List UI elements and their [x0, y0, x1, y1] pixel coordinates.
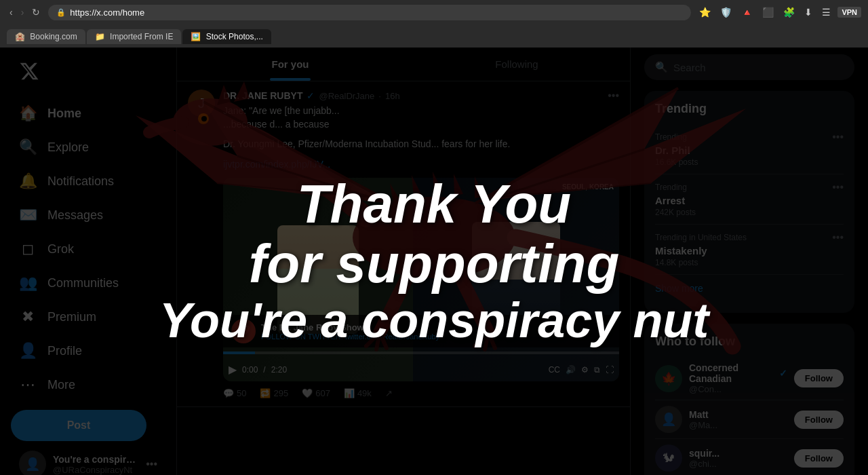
- follow-avatar-1: 👤: [655, 406, 682, 433]
- show-info: The Dr. Jane Ruby Show FOLLOW ON TWITTER…: [261, 322, 439, 341]
- trending-posts-2: 14.8K posts: [655, 258, 844, 267]
- address-bar[interactable]: 🔒 https://x.com/home: [48, 5, 691, 20]
- video-total-time: 2:20: [271, 365, 287, 375]
- imported-favicon: 📁: [95, 32, 105, 41]
- search-icon: 🔍: [655, 61, 668, 73]
- bookmark-button[interactable]: ⭐: [696, 5, 713, 19]
- trending-keyword-2: Mistakenly: [655, 245, 844, 256]
- x-logo[interactable]: [11, 54, 165, 91]
- korea-label: SEOUL, KOREA: [562, 183, 614, 191]
- tab-following[interactable]: Following: [403, 48, 630, 81]
- follow-button-0[interactable]: Follow: [794, 369, 844, 387]
- video-progress-fill: [223, 352, 255, 354]
- sidebar-item-premium[interactable]: ✖ Premium: [11, 301, 165, 332]
- sidebar-item-profile[interactable]: 👤 Profile: [11, 335, 165, 366]
- search-bar[interactable]: 🔍 Search: [644, 54, 854, 80]
- downloads-icon[interactable]: ⬇: [802, 5, 815, 19]
- tab-booking[interactable]: 🏨 Booking.com: [7, 29, 85, 44]
- x-logo-svg: [19, 61, 39, 81]
- tab-for-you[interactable]: For you: [177, 48, 403, 81]
- follow-item-1: 👤 Matt @Ma... Follow: [655, 400, 844, 439]
- views-icon: 📊: [344, 388, 355, 398]
- sidebar-item-home[interactable]: 🏠 Home: [11, 98, 165, 129]
- follow-avatar-0: 🍁: [655, 365, 682, 392]
- user-handle: @URaConspiracyNt: [53, 465, 139, 475]
- sidebar-item-explore[interactable]: 🔍 Explore: [11, 132, 165, 163]
- like-action[interactable]: 🤍 607: [302, 388, 330, 398]
- messages-icon: ✉️: [19, 206, 37, 224]
- trending-keyword-0: Dr. Phil: [655, 145, 844, 156]
- show-handle: FOLLOW ON TWITTER: twitter.com/RealDrJan…: [261, 332, 439, 341]
- messages-label: Messages: [47, 208, 103, 223]
- premium-label: Premium: [47, 310, 96, 324]
- user-profile[interactable]: 👤 You're a conspiracy n @URaConspiracyNt…: [11, 444, 165, 475]
- avatar: 👤: [19, 451, 46, 475]
- trending-section: Trending Trending ••• Dr. Phil 16.6K pos…: [644, 91, 854, 313]
- explore-label: Explore: [47, 140, 89, 155]
- volume-icon[interactable]: 🔊: [566, 365, 576, 375]
- shield-icon[interactable]: 🛡️: [717, 5, 734, 19]
- sidebar-item-notifications[interactable]: 🔔 Notifications: [11, 166, 165, 197]
- trending-more-1[interactable]: •••: [832, 181, 844, 193]
- trending-show-more[interactable]: Show more: [655, 275, 844, 302]
- grok-icon: ◻: [19, 240, 37, 258]
- share-action[interactable]: ↗: [385, 388, 393, 398]
- like-count: 607: [315, 388, 330, 398]
- retweet-action[interactable]: 🔁 295: [260, 388, 288, 398]
- trending-title: Trending: [655, 102, 844, 116]
- main-layout: 🏠 Home 🔍 Explore 🔔 Notifications ✉️ Mess…: [0, 48, 868, 475]
- settings-icon[interactable]: ⚙: [581, 365, 589, 375]
- cast-icon[interactable]: ⬛: [760, 5, 776, 19]
- user-display-name: You're a conspiracy n: [53, 454, 139, 465]
- tab-imported[interactable]: 📁 Imported From IE: [87, 29, 182, 44]
- booking-favicon: 🏨: [15, 32, 25, 41]
- trending-item-2[interactable]: Trending in United States ••• Mistakenly…: [655, 225, 844, 275]
- follow-button-1[interactable]: Follow: [794, 411, 844, 429]
- sidebar-item-grok[interactable]: ◻ Grok: [11, 233, 165, 265]
- trending-more-0[interactable]: •••: [832, 131, 844, 143]
- tweet-card: J DR. JANE RUBYT ✓ @RealDrJane · 16h •••…: [177, 81, 630, 407]
- tweet-video[interactable]: SEOUL, KOREA ▶ 0:00: [223, 178, 619, 381]
- fullscreen-icon[interactable]: ⛶: [606, 365, 614, 375]
- tweet-avatar: J: [188, 90, 215, 117]
- trending-header-1: Trending •••: [655, 181, 844, 193]
- follow-info-0: Concerned Canadian ✓ @Con...: [689, 362, 787, 394]
- subtitles-icon[interactable]: CC: [549, 365, 560, 375]
- tweet-header: DR. JANE RUBYT ✓ @RealDrJane · 16h •••: [223, 90, 619, 102]
- follow-info-2: squir... @chi...: [689, 448, 787, 469]
- trending-item-1[interactable]: Trending ••• Arrest 242K posts: [655, 174, 844, 225]
- trending-more-2[interactable]: •••: [832, 231, 844, 244]
- reload-button[interactable]: ↻: [29, 5, 43, 19]
- extensions-icon[interactable]: 🧩: [781, 5, 797, 19]
- back-button[interactable]: ‹: [7, 5, 16, 19]
- browser-toolbar: ‹ › ↻ 🔒 https://x.com/home ⭐ 🛡️ 🔺 ⬛ 🧩 ⬇ …: [0, 0, 868, 24]
- pip-icon[interactable]: ⧉: [594, 365, 600, 375]
- sidebar-item-more[interactable]: ⋯ More: [11, 369, 165, 400]
- retweet-icon: 🔁: [260, 388, 271, 398]
- menu-icon[interactable]: ☰: [819, 5, 833, 19]
- brave-rewards-icon[interactable]: 🔺: [738, 5, 755, 19]
- explore-icon: 🔍: [19, 138, 37, 156]
- show-logo-icon: ❤️: [231, 319, 256, 343]
- reply-action[interactable]: 💬 50: [223, 388, 246, 398]
- trending-keyword-1: Arrest: [655, 195, 844, 206]
- views-count: 49k: [357, 388, 372, 398]
- tweet-link[interactable]: ijvtpr.com/index.php/IJV...: [223, 158, 619, 172]
- sidebar-item-communities[interactable]: 👥 Communities: [11, 267, 165, 299]
- more-label: More: [47, 378, 75, 392]
- play-button[interactable]: ▶: [229, 363, 237, 376]
- user-more-icon: •••: [146, 458, 157, 470]
- trending-context-1: Trending: [655, 183, 687, 192]
- follow-button-2[interactable]: Follow: [794, 449, 844, 468]
- grok-label: Grok: [47, 242, 74, 256]
- forward-button[interactable]: ›: [18, 5, 27, 19]
- center-feed: For you Following J DR. JANE RUBYT ✓ @Re…: [176, 48, 631, 475]
- video-show-banner: ❤️ The Dr. Jane Ruby Show FOLLOW ON TWIT…: [223, 315, 619, 347]
- trending-item-0[interactable]: Trending ••• Dr. Phil 16.6K posts: [655, 124, 844, 174]
- post-button[interactable]: Post: [11, 410, 146, 441]
- tweet-more-button[interactable]: •••: [608, 90, 619, 102]
- views-action[interactable]: 📊 49k: [344, 388, 372, 398]
- sidebar-item-messages[interactable]: ✉️ Messages: [11, 200, 165, 231]
- tab-stock[interactable]: 🖼️ Stock Photos,...: [182, 29, 271, 44]
- right-sidebar: 🔍 Search Trending Trending ••• Dr. Phil …: [631, 48, 868, 475]
